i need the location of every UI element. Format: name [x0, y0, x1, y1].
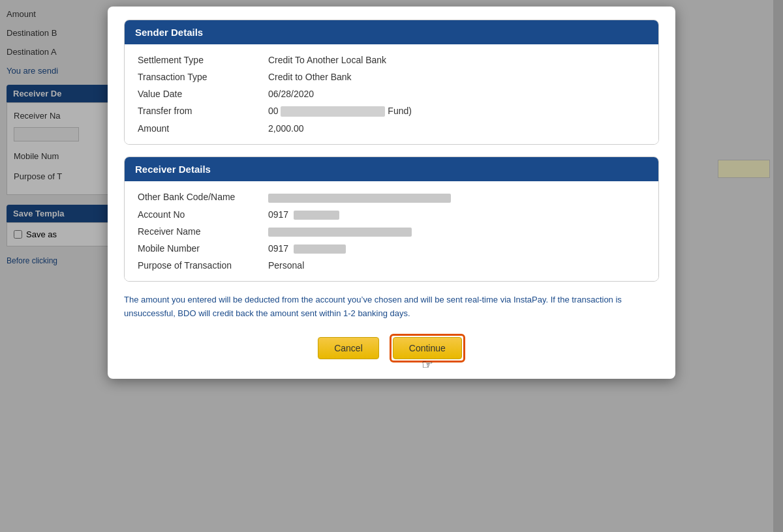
- account-no-label: Account No: [138, 209, 268, 220]
- amount-label-detail: Amount: [138, 123, 268, 134]
- modal-overlay: Sender Details Settlement Type Credit To…: [0, 0, 783, 532]
- amount-value: 2,000.00: [268, 123, 304, 134]
- account-no-row: Account No 0917: [138, 209, 645, 220]
- continue-button[interactable]: Continue: [393, 337, 462, 359]
- other-bank-blur: [268, 194, 451, 203]
- transfer-from-value: 00 Fund): [268, 106, 412, 117]
- other-bank-value: [268, 192, 451, 202]
- sender-details-body: Settlement Type Credit To Another Local …: [125, 44, 658, 144]
- settlement-type-value: Credit To Another Local Bank: [268, 55, 386, 65]
- receiver-name-value: [268, 226, 412, 237]
- receiver-details-body: Other Bank Code/Name Account No 0917 Rec…: [125, 181, 658, 281]
- mobile-number-value: 0917: [268, 243, 346, 254]
- transaction-type-label: Transaction Type: [138, 72, 268, 82]
- other-bank-row: Other Bank Code/Name: [138, 192, 645, 202]
- mobile-prefix: 0917: [268, 243, 288, 254]
- sender-details-header: Sender Details: [125, 20, 658, 44]
- transaction-type-value: Credit to Other Bank: [268, 72, 352, 82]
- transfer-from-row: Transfer from 00 Fund): [138, 106, 645, 117]
- cancel-button[interactable]: Cancel: [318, 337, 379, 359]
- transfer-from-suffix: Fund): [388, 106, 412, 116]
- info-text: The amount you entered will be deducted …: [124, 293, 659, 321]
- value-date-row: Value Date 06/28/2020: [138, 89, 645, 99]
- account-blur: [294, 211, 339, 220]
- account-prefix: 0917: [268, 209, 288, 220]
- value-date-label: Value Date: [138, 89, 268, 99]
- transaction-type-row: Transaction Type Credit to Other Bank: [138, 72, 645, 82]
- receiver-name-blur: [268, 228, 412, 237]
- receiver-details-card: Receiver Details Other Bank Code/Name Ac…: [124, 156, 659, 282]
- value-date-value: 06/28/2020: [268, 89, 314, 99]
- receiver-name-label: Receiver Name: [138, 226, 268, 237]
- purpose-value: Personal: [268, 260, 304, 271]
- other-bank-label: Other Bank Code/Name: [138, 192, 268, 202]
- transfer-from-blur: [281, 106, 385, 117]
- mobile-number-row: Mobile Number 0917: [138, 243, 645, 254]
- account-no-value: 0917: [268, 209, 339, 220]
- purpose-label-detail: Purpose of Transaction: [138, 260, 268, 271]
- receiver-details-header: Receiver Details: [125, 157, 658, 181]
- settlement-type-label: Settlement Type: [138, 55, 268, 65]
- purpose-row: Purpose of Transaction Personal: [138, 260, 645, 271]
- receiver-name-row: Receiver Name: [138, 226, 645, 237]
- mobile-number-label: Mobile Number: [138, 243, 268, 254]
- transfer-from-prefix: 00: [268, 106, 279, 116]
- continue-button-wrapper: Continue ☞: [390, 334, 465, 362]
- settlement-type-row: Settlement Type Credit To Another Local …: [138, 55, 645, 65]
- mobile-blur: [294, 244, 346, 254]
- transfer-from-label: Transfer from: [138, 106, 268, 116]
- button-row: Cancel Continue ☞: [124, 334, 659, 362]
- amount-row: Amount 2,000.00: [138, 123, 645, 134]
- sender-details-card: Sender Details Settlement Type Credit To…: [124, 20, 659, 145]
- modal-dialog: Sender Details Settlement Type Credit To…: [108, 7, 675, 379]
